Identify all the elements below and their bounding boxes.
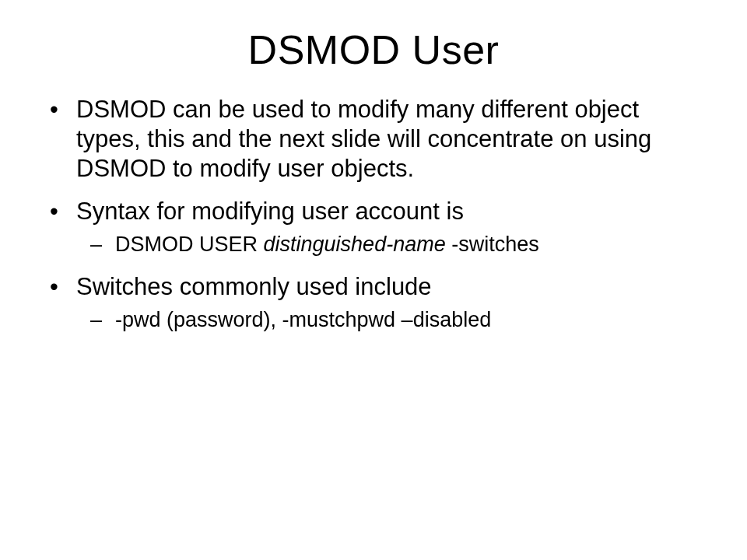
sub-bullet-prefix: DSMOD USER [115, 233, 264, 256]
bullet-text: Syntax for modifying user account is [76, 198, 464, 225]
bullet-text: Switches commonly used include [76, 273, 432, 300]
bullet-item: DSMOD can be used to modify many differe… [72, 95, 703, 183]
bullet-list: DSMOD can be used to modify many differe… [44, 95, 703, 333]
bullet-item: Syntax for modifying user account is DSM… [72, 197, 703, 257]
sub-bullet-item: -pwd (password), -mustchpwd –disabled [112, 306, 703, 334]
bullet-item: Switches commonly used include -pwd (pas… [72, 272, 703, 333]
slide: DSMOD User DSMOD can be used to modify m… [0, 0, 747, 560]
sub-bullet-list: -pwd (password), -mustchpwd –disabled [76, 306, 703, 334]
sub-bullet-prefix: -pwd (password), -mustchpwd –disabled [115, 308, 491, 331]
sub-bullet-suffix: -switches [446, 233, 539, 256]
sub-bullet-list: DSMOD USER distinguished-name -switches [76, 231, 703, 258]
slide-title: DSMOD User [44, 26, 703, 73]
sub-bullet-italic: distinguished-name [264, 233, 446, 256]
sub-bullet-item: DSMOD USER distinguished-name -switches [112, 231, 703, 258]
bullet-text: DSMOD can be used to modify many differe… [76, 96, 651, 182]
